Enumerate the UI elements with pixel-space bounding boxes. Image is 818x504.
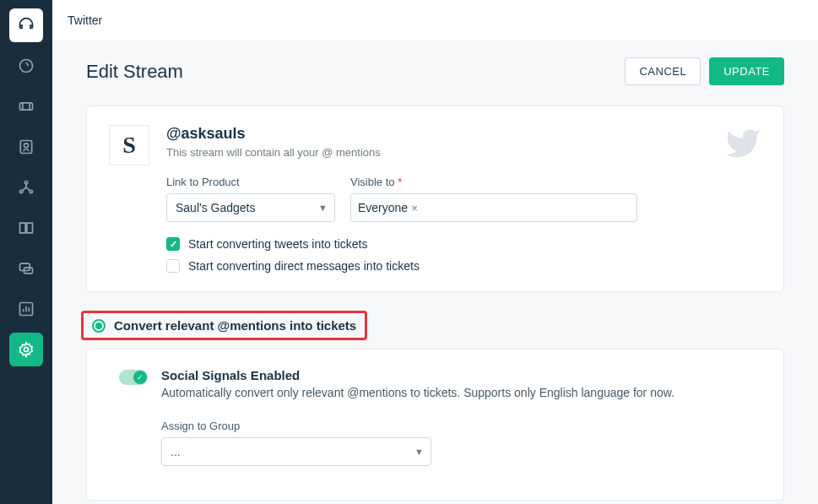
topbar: Twitter — [52, 0, 818, 41]
svg-point-5 — [20, 190, 23, 192]
visible-to-tag: Everyone × — [358, 201, 418, 214]
convert-relevant-section: Convert relevant @mentions into tickets — [81, 311, 367, 340]
assign-group-label: Assign to Group — [161, 420, 761, 432]
assign-group-select[interactable]: ... ▼ — [161, 437, 431, 466]
header-row: Edit Stream CANCEL UPDATE — [86, 57, 784, 85]
account-row: S @asksauls This stream will contain all… — [109, 125, 761, 273]
main: Twitter Edit Stream CANCEL UPDATE S @ask… — [52, 0, 818, 504]
nav-headset-icon[interactable] — [9, 8, 43, 42]
form-row: Link to Product Saul's Gadgets ▼ Visible… — [166, 176, 761, 222]
convert-relevant-radio[interactable] — [92, 319, 106, 333]
link-to-product-value: Saul's Gadgets — [176, 201, 256, 214]
svg-point-10 — [24, 348, 29, 352]
cancel-button[interactable]: CANCEL — [625, 57, 701, 85]
link-to-product-label: Link to Product — [166, 176, 335, 188]
content: Edit Stream CANCEL UPDATE S @asksauls Th… — [52, 41, 818, 504]
chevron-down-icon: ▼ — [414, 447, 424, 457]
svg-point-6 — [30, 190, 32, 192]
nav-book-icon[interactable] — [9, 211, 43, 245]
nav-settings-icon[interactable] — [9, 333, 43, 366]
checkbox-list: Start converting tweets into tickets Sta… — [166, 237, 761, 273]
nav-dashboard-icon[interactable] — [9, 49, 43, 83]
required-asterisk: * — [398, 176, 402, 188]
update-button[interactable]: UPDATE — [709, 57, 784, 85]
visible-to-label: Visible to * — [350, 176, 637, 188]
remove-tag-icon[interactable]: × — [411, 202, 418, 214]
convert-dm-checkbox[interactable] — [166, 259, 180, 273]
convert-tweets-label: Start converting tweets into tickets — [188, 237, 367, 251]
convert-relevant-label: Convert relevant @mentions into tickets — [114, 318, 356, 333]
svg-point-4 — [24, 182, 27, 184]
social-signals-title: Social Signals Enabled — [161, 368, 761, 382]
page-title: Edit Stream — [86, 61, 183, 83]
topbar-title: Twitter — [68, 14, 102, 27]
svg-point-3 — [24, 144, 29, 148]
convert-tweets-checkbox[interactable] — [166, 237, 180, 251]
social-signals-card: ✓ Social Signals Enabled Automatically c… — [86, 349, 784, 501]
nav-network-icon[interactable] — [9, 171, 43, 204]
nav-contact-icon[interactable] — [9, 130, 43, 164]
avatar: S — [109, 125, 149, 165]
svg-point-0 — [20, 60, 33, 73]
account-desc: This stream will contain all your @ ment… — [166, 146, 761, 159]
link-to-product-select[interactable]: Saul's Gadgets ▼ — [166, 193, 335, 222]
convert-dm-label: Start converting direct messages into ti… — [188, 259, 420, 273]
nav-chat-icon[interactable] — [9, 252, 43, 285]
nav-analytics-icon[interactable] — [9, 292, 43, 326]
stream-card: S @asksauls This stream will contain all… — [86, 106, 784, 292]
social-signals-desc: Automatically convert only relevant @men… — [161, 386, 761, 399]
svg-rect-1 — [20, 103, 33, 110]
svg-rect-7 — [20, 263, 30, 270]
assign-group-value: ... — [171, 445, 181, 458]
twitter-icon — [724, 125, 761, 165]
chevron-down-icon: ▼ — [318, 203, 328, 213]
toggle-check-icon: ✓ — [133, 371, 147, 384]
nav-ticket-icon[interactable] — [9, 89, 43, 123]
social-signals-toggle[interactable]: ✓ — [119, 370, 148, 385]
sidebar — [0, 0, 52, 504]
account-handle: @asksauls — [166, 125, 761, 143]
visible-to-input[interactable]: Everyone × — [350, 193, 637, 222]
